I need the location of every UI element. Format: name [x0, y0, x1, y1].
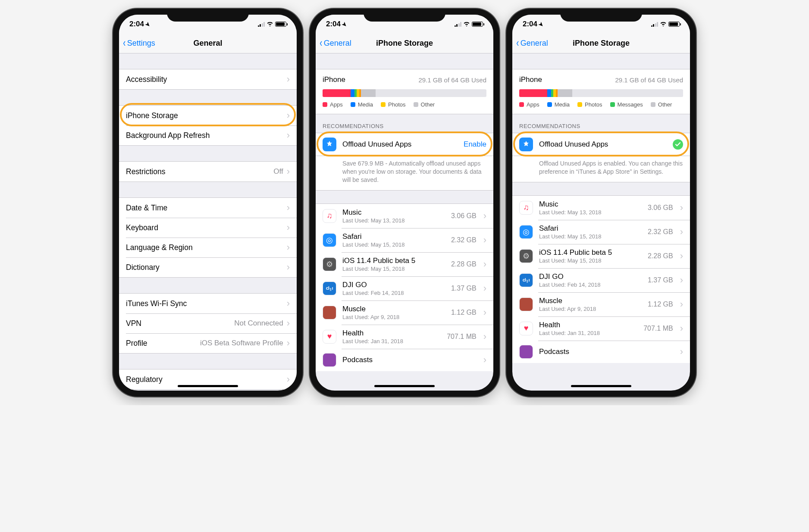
- app-last-used: Last Used: May 15, 2018: [342, 241, 445, 248]
- settings-row-language-region[interactable]: Language & Region›: [119, 238, 297, 257]
- chevron-right-icon: ›: [287, 130, 290, 141]
- app-icon: ♥: [519, 322, 533, 335]
- app-row-music[interactable]: ♫MusicLast Used: May 13, 20183.06 GB›: [512, 196, 690, 220]
- back-button[interactable]: ‹ General: [516, 38, 548, 48]
- battery-icon: [668, 22, 680, 27]
- nav-bar: ‹ Settings General: [119, 34, 297, 53]
- back-label: Settings: [127, 39, 155, 48]
- chevron-right-icon: ›: [680, 275, 683, 286]
- app-icon: [323, 306, 336, 319]
- app-row-health[interactable]: ♥HealthLast Used: Jan 31, 2018707.1 MB›: [316, 325, 493, 349]
- row-label: Accessibility: [126, 75, 167, 84]
- chevron-right-icon: ›: [287, 242, 290, 253]
- app-size: 3.06 GB: [451, 212, 477, 220]
- app-last-used: Last Used: Apr 9, 2018: [539, 306, 642, 312]
- chevron-right-icon: ›: [680, 346, 683, 357]
- app-row-dji-go[interactable]: cl╖ıDJI GOLast Used: Feb 14, 20181.37 GB…: [512, 268, 690, 292]
- recommendation-offload-apps[interactable]: Offload Unused AppsEnable: [316, 133, 493, 156]
- appstore-icon: [519, 138, 533, 151]
- app-size: 1.37 GB: [648, 276, 673, 284]
- app-icon: ♫: [519, 201, 533, 215]
- appstore-icon: [323, 138, 336, 151]
- app-icon: ◎: [519, 225, 533, 239]
- row-label: VPN: [126, 319, 141, 328]
- settings-row-keyboard[interactable]: Keyboard›: [119, 218, 297, 238]
- back-button[interactable]: ‹ Settings: [122, 38, 155, 48]
- home-indicator[interactable]: [178, 385, 238, 387]
- app-row-music[interactable]: ♫MusicLast Used: May 13, 20183.06 GB›: [316, 204, 493, 228]
- app-row-safari[interactable]: ◎SafariLast Used: May 15, 20182.32 GB›: [316, 228, 493, 252]
- home-indicator[interactable]: [374, 385, 435, 387]
- chevron-right-icon: ›: [287, 338, 290, 349]
- back-button[interactable]: ‹ General: [319, 38, 351, 48]
- app-row-health[interactable]: ♥HealthLast Used: Jan 31, 2018707.1 MB›: [512, 316, 690, 341]
- settings-row-restrictions[interactable]: RestrictionsOff›: [119, 162, 297, 182]
- storage-used-label: 29.1 GB of 64 GB Used: [615, 76, 683, 84]
- chevron-right-icon: ›: [483, 235, 486, 246]
- app-row-muscle[interactable]: MuscleLast Used: Apr 9, 20181.12 GB›: [512, 292, 690, 316]
- settings-row-itunes-wi-fi-sync[interactable]: iTunes Wi-Fi Sync›: [119, 294, 297, 313]
- app-icon: cl╖ı: [519, 273, 533, 287]
- app-icon: ◎: [323, 233, 336, 247]
- storage-screen-enabled[interactable]: iPhone29.1 GB of 64 GB UsedAppsMediaPhot…: [512, 53, 690, 391]
- app-row-podcasts[interactable]: Podcasts›: [316, 349, 493, 371]
- app-row-ios-11-4-public-beta-5[interactable]: ⚙iOS 11.4 Public beta 5Last Used: May 15…: [512, 244, 690, 268]
- chevron-right-icon: ›: [483, 210, 486, 222]
- phone-frame-1: 2:04 ➤ ‹ Settings General Accessibility›…: [113, 9, 303, 397]
- nav-title: iPhone Storage: [376, 39, 433, 48]
- cell-signal-icon: [455, 22, 462, 27]
- chevron-right-icon: ›: [287, 74, 290, 85]
- app-row-muscle[interactable]: MuscleLast Used: Apr 9, 20181.12 GB›: [316, 300, 493, 325]
- recommendation-offload-apps[interactable]: Offload Unused Apps: [512, 133, 690, 156]
- settings-row-accessibility[interactable]: Accessibility›: [119, 69, 297, 89]
- settings-row-vpn[interactable]: VPNNot Connected›: [119, 313, 297, 333]
- recommendation-description: Offload Unused Apps is enabled. You can …: [512, 156, 690, 182]
- app-row-safari[interactable]: ◎SafariLast Used: May 15, 20182.32 GB›: [512, 220, 690, 244]
- home-indicator[interactable]: [571, 385, 631, 387]
- recommendations-label: RECOMMENDATIONS: [316, 114, 493, 133]
- storage-screen[interactable]: iPhone29.1 GB of 64 GB UsedAppsMediaPhot…: [316, 53, 493, 391]
- chevron-left-icon: ‹: [123, 37, 125, 48]
- row-label: Date & Time: [126, 203, 167, 213]
- back-label: General: [324, 39, 351, 48]
- app-row-dji-go[interactable]: cl╖ıDJI GOLast Used: Feb 14, 20181.37 GB…: [316, 276, 493, 300]
- battery-icon: [472, 22, 483, 27]
- storage-legend: AppsMediaPhotosOther: [323, 101, 486, 108]
- app-icon: ♥: [323, 330, 336, 344]
- row-label: iPhone Storage: [126, 111, 178, 120]
- legend-photos: Photos: [577, 101, 602, 108]
- chevron-right-icon: ›: [287, 202, 290, 213]
- app-size: 1.12 GB: [451, 309, 477, 316]
- notch: [364, 9, 445, 22]
- chevron-left-icon: ‹: [516, 37, 519, 48]
- settings-row-profile[interactable]: ProfileiOS Beta Software Profile›: [119, 333, 297, 353]
- general-settings-list[interactable]: Accessibility›iPhone Storage›Background …: [119, 53, 297, 391]
- row-label: iTunes Wi-Fi Sync: [126, 299, 187, 308]
- legend-apps: Apps: [323, 101, 343, 108]
- app-row-podcasts[interactable]: Podcasts›: [512, 341, 690, 363]
- enable-button[interactable]: Enable: [464, 140, 486, 149]
- app-name: Podcasts: [539, 347, 673, 356]
- chevron-right-icon: ›: [287, 110, 290, 121]
- settings-row-dictionary[interactable]: Dictionary›: [119, 257, 297, 277]
- legend-photos: Photos: [381, 101, 405, 108]
- settings-row-background-app-refresh[interactable]: Background App Refresh›: [119, 125, 297, 145]
- check-icon: [673, 139, 683, 150]
- app-row-ios-11-4-public-beta-5[interactable]: ⚙iOS 11.4 Public beta 5Last Used: May 15…: [316, 252, 493, 276]
- row-label: Language & Region: [126, 243, 193, 252]
- app-icon: ♫: [323, 209, 336, 223]
- location-icon: ➤: [537, 20, 545, 28]
- cell-signal-icon: [651, 22, 658, 27]
- legend-other: Other: [414, 101, 435, 108]
- app-last-used: Last Used: May 13, 2018: [539, 209, 642, 216]
- legend-messages: Messages: [610, 101, 643, 108]
- phone-frame-2: 2:04 ➤ ‹ General iPhone Storage iPhone29…: [310, 9, 499, 397]
- app-last-used: Last Used: Feb 14, 2018: [539, 282, 642, 288]
- settings-row-date-time[interactable]: Date & Time›: [119, 198, 297, 218]
- app-last-used: Last Used: May 13, 2018: [342, 217, 445, 224]
- location-icon: ➤: [341, 20, 348, 28]
- recommendation-title: Offload Unused Apps: [342, 140, 458, 149]
- settings-row-iphone-storage[interactable]: iPhone Storage›: [119, 106, 297, 125]
- status-time: 2:04: [129, 20, 144, 28]
- app-last-used: Last Used: Jan 31, 2018: [539, 330, 637, 336]
